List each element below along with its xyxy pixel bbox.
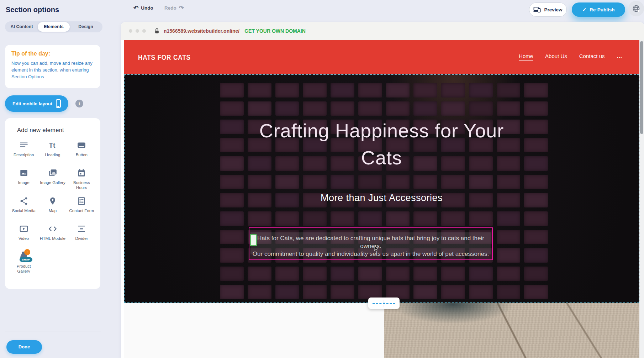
hero-tile xyxy=(413,211,437,226)
element-item-product-gallery[interactable]: ↑ SHOP Product Gallery xyxy=(9,251,38,274)
tab-ai-content[interactable]: AI Content xyxy=(6,22,38,32)
hero-tile xyxy=(220,101,244,116)
republish-button[interactable]: ✓ Re-Publish xyxy=(572,2,625,17)
nav-contact-us[interactable]: Contact us xyxy=(579,53,605,61)
edit-mobile-layout-button[interactable]: Edit mobile layout xyxy=(5,95,68,112)
hero-tile xyxy=(358,211,382,226)
hero-tile xyxy=(248,285,271,299)
hero-tile xyxy=(386,175,410,189)
element-item-html-module[interactable]: HTML Module xyxy=(38,223,67,246)
hero-tile xyxy=(413,175,437,189)
undo-label: Undo xyxy=(141,5,153,11)
panel-divider xyxy=(5,332,101,332)
element-label: Description xyxy=(14,153,34,158)
hero-tile-background xyxy=(220,83,548,299)
hero-tile xyxy=(441,211,465,226)
next-section[interactable] xyxy=(124,303,639,358)
element-item-description[interactable]: Description xyxy=(9,140,38,162)
hero-tile xyxy=(331,83,354,98)
element-label: Product Gallery xyxy=(11,264,37,274)
hero-tile xyxy=(331,211,354,226)
element-label: Social Media xyxy=(12,209,36,214)
devices-icon xyxy=(533,6,541,13)
element-drag-handle[interactable] xyxy=(250,234,257,246)
nav-home[interactable]: Home xyxy=(519,53,533,61)
browser-chrome-bar: n1566589.websitebuilder.online/ GET YOUR… xyxy=(121,22,644,40)
hero-tile xyxy=(275,211,299,226)
hero-tile xyxy=(469,267,493,281)
hero-tile xyxy=(386,83,410,98)
tab-design[interactable]: Design xyxy=(70,22,102,32)
section-resize-handle[interactable]: ↓ ↑ xyxy=(368,298,400,309)
element-label: Map xyxy=(49,209,57,214)
hero-tile xyxy=(441,285,465,299)
nav-more[interactable]: ... xyxy=(617,53,622,61)
hero-tile xyxy=(413,267,437,281)
business-hours-icon xyxy=(77,168,86,178)
hero-tile xyxy=(275,267,299,281)
hero-body-line1: Hats for Cats, we are dedicated to craft… xyxy=(249,235,492,250)
done-button[interactable]: Done xyxy=(6,340,42,354)
site-logo: HATS FOR CATS xyxy=(138,53,191,62)
nav-about-us[interactable]: About Us xyxy=(545,53,567,61)
element-item-heading[interactable]: Tt Heading xyxy=(38,140,67,162)
hero-tile xyxy=(497,267,521,281)
lock-icon xyxy=(154,28,159,34)
hero-tile xyxy=(524,248,548,263)
scrollbar-thumb[interactable] xyxy=(640,41,643,134)
hero-subheading[interactable]: More than Just Accessories xyxy=(125,193,639,204)
site-preview-window: n1566589.websitebuilder.online/ GET YOUR… xyxy=(121,22,644,358)
element-label: Divider xyxy=(75,236,88,241)
hero-tile xyxy=(220,230,244,244)
hero-tile xyxy=(469,285,493,299)
language-globe-button[interactable] xyxy=(628,1,644,16)
hero-tile xyxy=(220,211,244,226)
hero-tile xyxy=(275,101,299,116)
hero-heading[interactable]: Crafting Happiness for Your Cats xyxy=(257,117,506,171)
hero-text-element-selected[interactable]: Hats for Cats, we are dedicated to craft… xyxy=(249,227,493,260)
get-domain-link[interactable]: GET YOUR OWN DOMAIN xyxy=(244,28,306,34)
hero-tile xyxy=(469,101,493,116)
element-item-business-hours[interactable]: Business Hours xyxy=(67,168,96,190)
element-item-button[interactable]: Button xyxy=(67,140,96,162)
element-label: Image xyxy=(18,180,30,185)
hero-tile xyxy=(303,175,327,189)
hero-tile xyxy=(220,267,244,281)
shop-badge: SHOP xyxy=(20,257,32,262)
info-icon[interactable]: i xyxy=(75,100,83,107)
hero-tile xyxy=(248,83,271,98)
element-label: Business Hours xyxy=(68,180,95,190)
element-item-map[interactable]: Map xyxy=(38,196,67,218)
hero-tile xyxy=(524,120,548,134)
hero-tile xyxy=(497,211,521,226)
hero-section-selected[interactable]: Crafting Happiness for Your Cats More th… xyxy=(124,74,639,303)
hero-tile xyxy=(248,267,271,281)
site-header: HATS FOR CATS Home About Us Contact us .… xyxy=(124,40,639,74)
heading-icon: Tt xyxy=(48,140,57,151)
hero-body-text: Hats for Cats, we are dedicated to craft… xyxy=(249,235,492,258)
hero-tile xyxy=(386,285,410,299)
element-label: Video xyxy=(19,236,29,241)
undo-button[interactable]: ↶ Undo xyxy=(133,4,153,12)
hero-tile xyxy=(220,285,244,299)
hero-tile xyxy=(331,285,354,299)
element-item-video[interactable]: Video xyxy=(9,223,38,246)
preview-button[interactable]: Preview xyxy=(529,2,567,17)
hero-tile xyxy=(524,83,548,98)
hero-tile xyxy=(524,138,548,153)
hero-tile xyxy=(386,101,410,116)
mouse-cursor xyxy=(374,246,379,252)
hero-tile xyxy=(497,230,521,244)
element-item-social-media[interactable]: Social Media xyxy=(9,196,38,218)
product-gallery-icon: ↑ SHOP xyxy=(17,251,30,262)
element-item-divider[interactable]: Divider xyxy=(67,223,96,246)
redo-button[interactable]: Redo ↷ xyxy=(164,4,184,12)
element-item-contact-form[interactable]: Contact Form xyxy=(67,196,96,218)
add-new-element-card: Add new element Description Tt Heading B… xyxy=(5,118,100,289)
element-item-image[interactable]: Image xyxy=(9,168,38,190)
hero-tile xyxy=(497,175,521,189)
tab-elements[interactable]: Elements xyxy=(38,22,70,32)
element-item-image-gallery[interactable]: Image Gallery xyxy=(38,168,67,190)
site-viewport: HATS FOR CATS Home About Us Contact us .… xyxy=(124,40,639,358)
pavement-photo xyxy=(384,303,639,358)
